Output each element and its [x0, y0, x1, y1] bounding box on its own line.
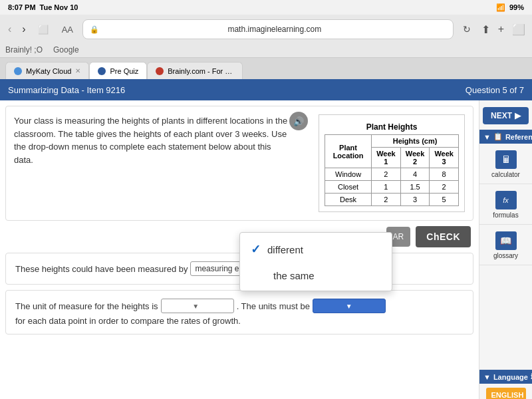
next-button[interactable]: NEXT ▶	[483, 107, 529, 124]
formulas-icon: fx	[495, 191, 517, 209]
desk-w2: 3	[400, 194, 430, 206]
plant-table: Plant Heights Plant Location Heights (cm…	[325, 120, 459, 206]
reload-button[interactable]: ↻	[459, 23, 475, 36]
app-title: Summarizing Data - Item 9216	[8, 85, 125, 95]
stmt2-chevron2-icon: ▼	[346, 303, 352, 310]
app-content: Summarizing Data - Item 9216 Question 5 …	[0, 79, 532, 399]
glossary-label: glossary	[493, 252, 518, 259]
reference-book-icon: 📋	[493, 132, 503, 141]
lock-icon: 🔒	[90, 25, 99, 34]
closet-w3: 2	[430, 181, 459, 194]
window-w1: 2	[372, 168, 401, 181]
app-header: Summarizing Data - Item 9216 Question 5 …	[0, 79, 532, 100]
location-window: Window	[325, 168, 372, 181]
language-label: Language	[493, 373, 528, 381]
reader-view-button[interactable]: ⬜	[34, 23, 53, 36]
question-text-area: 🔊 Your class is measuring the heights of…	[14, 114, 313, 212]
stmt2-after: for each data point in order to compare …	[15, 316, 241, 326]
right-panel: NEXT ▶ ▼ 📋 Reference 🖩 calculator fx for…	[479, 100, 532, 399]
stmt2-dropdown2-value	[319, 301, 343, 311]
dropdown-item-different[interactable]: ✓ different	[240, 235, 392, 263]
tabs-row: MyKaty Cloud ✕ Pre Quiz Brainly.com - Fo…	[0, 58, 532, 79]
stmt2-dropdown1-value	[166, 301, 190, 311]
closet-w1: 1	[372, 181, 401, 194]
wifi-icon: 📶	[496, 3, 505, 12]
battery-status: 99%	[509, 3, 524, 11]
stmt2-dropdown1[interactable]: ▼	[161, 299, 234, 313]
reference-header[interactable]: ▼ 📋 Reference	[479, 130, 532, 144]
address-bar[interactable]: 🔒 math.imaginelearning.com	[82, 19, 454, 39]
desk-w1: 2	[372, 194, 401, 206]
option-same-label: the same	[273, 270, 315, 281]
table-row-window: Window 2 4 8	[325, 168, 459, 181]
status-right: 📶 99%	[496, 3, 524, 12]
tab-prequiz-label: Pre Quiz	[110, 67, 138, 75]
share-button[interactable]: ⬆	[480, 22, 491, 37]
bookmark-brainly[interactable]: Brainly! ;O	[5, 45, 43, 55]
next-arrow-icon: ▶	[515, 111, 521, 120]
dropdown-overlay: ✓ different the same	[239, 232, 392, 291]
new-tab-button[interactable]: +	[497, 22, 505, 37]
location-desk: Desk	[325, 194, 372, 206]
sound-button[interactable]: 🔊	[289, 112, 308, 130]
status-left: 8:07 PM Tue Nov 10	[8, 3, 78, 11]
table-area: Plant Heights Plant Location Heights (cm…	[319, 114, 465, 212]
stmt1-dropdown-value: measuring e...	[195, 264, 245, 273]
table-title: Plant Heights	[325, 120, 459, 135]
status-bar: 8:07 PM Tue Nov 10 📶 99%	[0, 0, 532, 15]
forward-button[interactable]: ›	[19, 22, 28, 37]
back-button[interactable]: ‹	[5, 22, 14, 37]
col-location: Plant Location	[325, 135, 372, 168]
url-text: math.imaginelearning.com	[103, 25, 446, 34]
dropdown-item-same[interactable]: the same	[240, 263, 392, 288]
calculator-label: calculator	[491, 171, 520, 178]
tab-brainly[interactable]: Brainly.com - For students.	[147, 62, 243, 79]
stmt2-dropdown2[interactable]: ▼	[313, 299, 386, 313]
language-button[interactable]: ENGLISH	[486, 388, 526, 399]
table-row-closet: Closet 1 1.5 2	[325, 181, 459, 194]
option-different-label: different	[267, 244, 303, 255]
reference-triangle-icon: ▼	[483, 133, 491, 141]
reference-formulas[interactable]: fx formulas	[479, 186, 532, 225]
desk-w3: 5	[430, 194, 459, 206]
calculator-icon: 🖩	[495, 150, 517, 169]
prequiz-favicon	[98, 67, 106, 75]
browser-toolbar: ‹ › ⬜ AA 🔒 math.imaginelearning.com ↻ ⬆ …	[0, 15, 532, 44]
question-text: Your class is measuring the heights of p…	[14, 114, 313, 166]
status-time: 8:07 PM	[8, 3, 36, 11]
window-w3: 8	[430, 168, 459, 181]
col-week1: Week 1	[372, 148, 401, 168]
question-counter: Question 5 of 7	[466, 85, 524, 95]
tabs-button[interactable]: ⬜	[511, 22, 527, 37]
language-section: ▼ Language ℹ ENGLISH	[479, 370, 532, 399]
content-area: 🔊 Your class is measuring the heights of…	[0, 100, 479, 399]
text-size-button[interactable]: AA	[58, 23, 77, 36]
language-triangle-icon: ▼	[483, 373, 491, 381]
window-w2: 4	[400, 168, 430, 181]
col-heights: Heights (cm)	[372, 135, 459, 148]
tab-mykaty-close[interactable]: ✕	[75, 67, 80, 74]
stmt2-middle: . The units must be	[237, 301, 310, 311]
question-section: 🔊 Your class is measuring the heights of…	[5, 106, 473, 221]
tab-mykaty-label: MyKaty Cloud	[26, 67, 71, 75]
tab-mykaty[interactable]: MyKaty Cloud ✕	[5, 62, 89, 79]
formulas-label: formulas	[493, 211, 518, 219]
stmt2-before: The unit of measure for the heights is	[15, 301, 158, 311]
tab-prequiz[interactable]: Pre Quiz	[89, 62, 147, 79]
reference-glossary[interactable]: 📖 glossary	[479, 226, 532, 265]
next-button-label: NEXT	[491, 111, 512, 120]
tab-brainly-label: Brainly.com - For students.	[168, 67, 234, 75]
statement-row-2: The unit of measure for the heights is ▼…	[5, 290, 473, 334]
col-week2: Week 2	[400, 148, 430, 168]
bookmark-google[interactable]: Google	[53, 45, 79, 55]
brainly-favicon	[156, 67, 164, 75]
language-header[interactable]: ▼ Language ℹ	[479, 370, 532, 384]
location-closet: Closet	[325, 181, 372, 194]
reference-calculator[interactable]: 🖩 calculator	[479, 145, 532, 184]
bookmarks-bar: Brainly! ;O Google	[0, 44, 532, 57]
check-button[interactable]: ChECK	[416, 226, 471, 247]
stmt1-before: These heights could have been measured b…	[15, 264, 188, 274]
table-row-desk: Desk 2 3 5	[325, 194, 459, 206]
reference-label: Reference	[505, 133, 532, 141]
col-week3: Week 3	[430, 148, 459, 168]
